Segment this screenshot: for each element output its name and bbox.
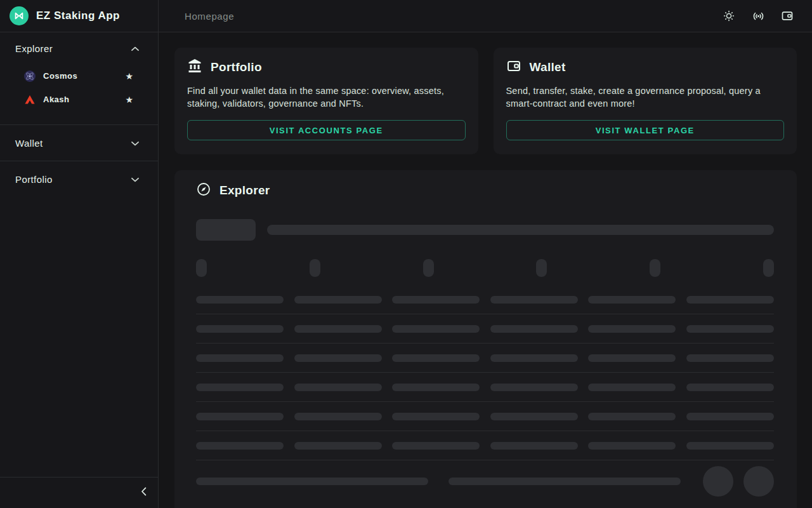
skeleton-pill <box>196 259 207 277</box>
wallet-card: Wallet Send, transfer, stake, create a g… <box>494 48 797 154</box>
compass-icon <box>196 182 211 199</box>
skeleton-cell <box>196 325 284 333</box>
sidebar-section-label: Portfolio <box>15 174 53 185</box>
sidebar-collapse-button[interactable] <box>0 477 158 508</box>
card-description: Find all your wallet data in the same sp… <box>187 84 466 110</box>
sidebar-section-wallet: Wallet <box>0 125 158 161</box>
skeleton-cell <box>294 384 382 391</box>
portfolio-card-header: Portfolio <box>187 58 466 76</box>
skeleton-cell <box>196 354 284 362</box>
skeleton-cell <box>686 384 774 391</box>
skeleton-cell <box>588 413 676 420</box>
skeleton-pagination-row <box>196 460 774 502</box>
skeleton-cell <box>294 325 382 333</box>
breadcrumb: Homepage <box>185 11 234 22</box>
skeleton-pill <box>536 259 547 277</box>
skeleton-cell <box>196 296 284 304</box>
skeleton-cell <box>686 296 774 304</box>
skeleton-cell <box>392 354 480 362</box>
skeleton-cell <box>490 384 578 391</box>
sidebar-item-label: Akash <box>43 95 125 104</box>
card-title: Wallet <box>530 60 566 74</box>
skeleton-circle <box>743 466 774 497</box>
app-logo-icon[interactable] <box>10 6 29 25</box>
skeleton-cell <box>588 354 676 362</box>
sidebar-section-portfolio: Portfolio <box>0 161 158 197</box>
visit-wallet-button[interactable]: VISIT WALLET PAGE <box>506 120 785 140</box>
skeleton-bar <box>196 478 428 485</box>
sidebar-item-label: Cosmos <box>43 71 125 81</box>
skeleton-pill <box>650 259 660 277</box>
skeleton-cell <box>588 325 676 333</box>
app-title: EZ Staking App <box>36 10 120 22</box>
wallet-icon <box>506 58 521 76</box>
skeleton-table-row <box>196 344 774 373</box>
skeleton-pill <box>763 259 774 277</box>
akash-icon <box>24 94 36 105</box>
skeleton-pagination-buttons <box>703 466 774 497</box>
skeleton-cell <box>490 325 578 333</box>
wallet-card-header: Wallet <box>506 58 785 76</box>
skeleton-cell <box>392 325 480 333</box>
content: Portfolio Find all your wallet data in t… <box>159 32 812 508</box>
skeleton-cell <box>588 296 676 304</box>
skeleton-cell <box>686 325 774 333</box>
bank-icon <box>187 58 202 76</box>
topbar-actions <box>717 4 799 28</box>
portfolio-card: Portfolio Find all your wallet data in t… <box>174 48 478 154</box>
skeleton-table-row <box>196 373 774 402</box>
skeleton-table <box>196 285 774 460</box>
skeleton-cell <box>196 384 284 391</box>
skeleton-sort-icons-row <box>196 259 774 277</box>
skeleton-bar <box>449 478 681 485</box>
skeleton-cell <box>490 413 578 420</box>
favorite-star-icon[interactable]: ★ <box>125 72 133 81</box>
skeleton-cell <box>392 413 480 420</box>
card-title: Portfolio <box>211 60 262 74</box>
skeleton-table-row <box>196 402 774 431</box>
skeleton-circle <box>703 466 733 497</box>
sidebar-item-akash[interactable]: Akash ★ <box>0 88 158 111</box>
sidebar-section-portfolio-header[interactable]: Portfolio <box>0 161 158 197</box>
chevron-down-icon <box>131 173 139 185</box>
skeleton-cell <box>588 442 676 450</box>
chevron-down-icon <box>131 137 139 149</box>
sidebar-section-explorer-header[interactable]: Explorer <box>0 32 158 64</box>
topbar: Homepage <box>159 0 812 32</box>
cards-row: Portfolio Find all your wallet data in t… <box>174 48 797 154</box>
card-description: Send, transfer, stake, create a governan… <box>506 84 785 110</box>
skeleton-table-row <box>196 431 774 460</box>
card-title: Explorer <box>219 184 270 197</box>
sidebar-section-explorer: Explorer Cosmos ★ <box>0 32 158 125</box>
sidebar-section-label: Wallet <box>15 138 43 149</box>
skeleton-table-row <box>196 314 774 344</box>
main-area: Homepage <box>159 0 812 508</box>
wallet-connect-button[interactable] <box>775 4 799 28</box>
skeleton-pill <box>423 259 434 277</box>
skeleton-cell <box>490 442 578 450</box>
skeleton-cell <box>686 413 774 420</box>
favorite-star-icon[interactable]: ★ <box>125 95 133 104</box>
visit-accounts-button[interactable]: VISIT ACCOUNTS PAGE <box>187 120 466 140</box>
network-broadcast-button[interactable] <box>746 4 770 28</box>
skeleton-cell <box>392 442 480 450</box>
skeleton-cell <box>686 354 774 362</box>
skeleton-cell <box>588 384 676 391</box>
skeleton-table-row <box>196 285 774 314</box>
sidebar-item-cosmos[interactable]: Cosmos ★ <box>0 64 158 88</box>
theme-brightness-button[interactable] <box>717 4 741 28</box>
skeleton-controls-row <box>196 219 774 241</box>
skeleton-cell <box>196 413 284 420</box>
skeleton-cell <box>490 296 578 304</box>
skeleton-cell <box>294 296 382 304</box>
skeleton-pill <box>310 259 320 277</box>
sidebar-header: EZ Staking App <box>0 0 158 32</box>
sidebar-section-wallet-header[interactable]: Wallet <box>0 125 158 161</box>
skeleton-cell <box>392 384 480 391</box>
skeleton-button <box>196 219 256 241</box>
skeleton-search-bar <box>267 225 774 235</box>
chevron-left-icon <box>141 487 147 498</box>
skeleton-cell <box>686 442 774 450</box>
cosmos-icon <box>24 70 36 82</box>
chevron-up-icon <box>131 43 139 54</box>
